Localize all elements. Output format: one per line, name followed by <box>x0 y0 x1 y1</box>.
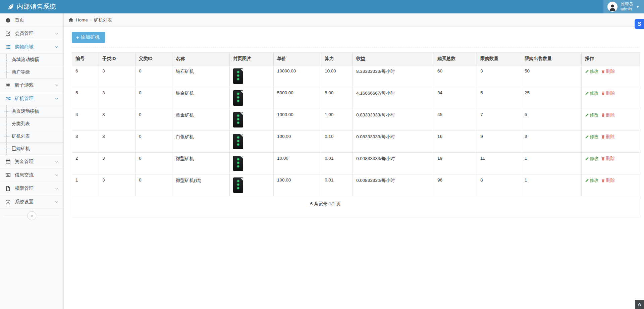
breadcrumb: Home › 矿机列表 <box>64 13 644 27</box>
cell-limit-buy: 11 <box>477 153 521 174</box>
sidebar-item[interactable]: 骰子游戏 <box>0 79 63 92</box>
cell-name: 白银矿机 <box>172 131 230 153</box>
back-to-top-button[interactable] <box>635 300 644 309</box>
divider <box>72 47 639 47</box>
cell-actions: 修改删除 <box>582 131 640 153</box>
breadcrumb-current: 矿机列表 <box>94 17 112 23</box>
add-machine-button[interactable]: + 添加矿机 <box>72 32 105 43</box>
delete-link[interactable]: 删除 <box>601 177 615 184</box>
cell-actions: 修改删除 <box>582 153 640 174</box>
sidebar-item[interactable]: 购物商城 <box>0 40 63 54</box>
cell-sub-id: 3 <box>99 174 136 196</box>
caret-down-icon: ▾ <box>637 5 639 9</box>
cell-price: 1000.00 <box>274 109 321 131</box>
sidebar-item[interactable]: 信息交流 <box>0 168 63 182</box>
pencil-icon <box>585 178 589 183</box>
sidebar-subitem[interactable]: 商户等级 <box>0 66 63 79</box>
edit-link[interactable]: 修改 <box>585 156 599 162</box>
cell-name: 铂金矿机 <box>172 87 230 109</box>
text-width-icon <box>5 199 11 205</box>
sidebar-item[interactable]: 矿机管理 <box>0 92 63 105</box>
cell-id: 1 <box>72 174 99 196</box>
column-header: 限购出售数量 <box>521 52 582 65</box>
sidebar-subitem-label: 已购矿机 <box>12 146 30 152</box>
s-logo-badge[interactable]: S <box>635 19 644 29</box>
avatar <box>607 2 618 12</box>
sidebar-subitem[interactable]: 商城滚动横幅 <box>0 54 63 66</box>
breadcrumb-home-link[interactable]: Home <box>76 17 88 22</box>
chevron-down-icon <box>55 200 59 204</box>
column-header: 封页图片 <box>230 52 274 65</box>
cell-sub-id: 3 <box>99 131 136 153</box>
cell-limit-sell: 1 <box>521 174 582 196</box>
edit-link[interactable]: 修改 <box>585 134 599 140</box>
cell-limit-buy: 9 <box>477 131 521 153</box>
cell-parent-id: 0 <box>136 153 172 174</box>
table-row: 3 3 0 白银矿机 100.00 0.10 0.08333333/每小时 16… <box>72 131 640 153</box>
mining-machine-graphic <box>233 112 243 127</box>
trash-icon <box>601 113 605 117</box>
cell-price: 100.00 <box>274 131 321 153</box>
cell-id: 2 <box>72 153 99 174</box>
cell-price: 10.00 <box>274 153 321 174</box>
content-panel: + 添加矿机 编号子类ID父类ID名称封页图片单价算力收益购买总数限购数量限购出… <box>64 27 644 217</box>
cell-power: 10.00 <box>321 65 353 87</box>
cell-parent-id: 0 <box>136 87 172 109</box>
machine-cover-image <box>233 68 243 84</box>
sidebar-item[interactable]: 会员管理 <box>0 27 63 40</box>
machine-cover-image <box>233 156 243 171</box>
app-title: 内部销售系统 <box>17 2 56 11</box>
chevron-down-icon <box>55 97 59 101</box>
user-menu[interactable]: 管理员 admin ▾ <box>603 0 644 13</box>
sidebar-item[interactable]: 系统设置 <box>0 195 63 209</box>
edit-link[interactable]: 修改 <box>585 68 599 74</box>
cell-name: 黄金矿机 <box>172 109 230 131</box>
sidebar-item[interactable]: 首页 <box>0 13 63 27</box>
cell-name: 微型矿机(赠) <box>172 174 230 196</box>
cell-id: 6 <box>72 65 99 87</box>
delete-link[interactable]: 删除 <box>601 68 615 74</box>
pencil-icon <box>585 135 589 139</box>
sidebar-item-label: 系统设置 <box>15 199 34 205</box>
pencil-icon <box>585 69 589 73</box>
sidebar-item-label: 骰子游戏 <box>15 82 34 88</box>
edit-link[interactable]: 修改 <box>585 177 599 184</box>
chevron-down-icon <box>55 83 59 87</box>
trash-icon <box>601 157 605 161</box>
delete-link[interactable]: 删除 <box>601 112 615 118</box>
sidebar-subitem[interactable]: 矿机列表 <box>0 130 63 143</box>
sidebar-item[interactable]: 资金管理 <box>0 155 63 168</box>
sidebar-item-label: 权限管理 <box>15 186 34 192</box>
trash-icon <box>601 91 605 95</box>
cell-price: 100.00 <box>274 174 321 196</box>
cell-sub-id: 3 <box>99 87 136 109</box>
sidebar-subitem[interactable]: 分类列表 <box>0 118 63 130</box>
collapse-sidebar-button[interactable]: « <box>27 211 36 220</box>
mining-machine-graphic <box>233 134 243 149</box>
delete-link[interactable]: 删除 <box>601 90 615 96</box>
cell-cover <box>230 87 274 109</box>
sidebar-item-label: 信息交流 <box>15 172 34 178</box>
cell-cover <box>230 153 274 174</box>
sidebar: 首页 会员管理 购物商城 商城滚动横幅 商户等级 骰子游戏 矿机管理 首页滚动横… <box>0 13 64 309</box>
delete-link[interactable]: 删除 <box>601 156 615 162</box>
column-header: 父类ID <box>136 52 172 65</box>
sidebar-item[interactable]: 权限管理 <box>0 182 63 195</box>
delete-link[interactable]: 删除 <box>601 134 615 140</box>
mining-machine-graphic <box>233 156 243 171</box>
trash-icon <box>601 69 605 73</box>
edit-link[interactable]: 修改 <box>585 90 599 96</box>
sidebar-item-label: 首页 <box>15 17 24 23</box>
edit-link[interactable]: 修改 <box>585 112 599 118</box>
cell-actions: 修改删除 <box>582 109 640 131</box>
sidebar-subitem-label: 分类列表 <box>12 121 30 127</box>
cell-parent-id: 0 <box>136 109 172 131</box>
cell-sub-id: 3 <box>99 65 136 87</box>
column-header: 算力 <box>321 52 353 65</box>
sidebar-subitem[interactable]: 已购矿机 <box>0 143 63 155</box>
cell-actions: 修改删除 <box>582 87 640 109</box>
sidebar-subitem[interactable]: 首页滚动横幅 <box>0 105 63 118</box>
file-icon <box>5 186 11 191</box>
sidebar-subitem-label: 首页滚动横幅 <box>12 108 39 114</box>
cell-limit-sell: 1 <box>521 153 582 174</box>
